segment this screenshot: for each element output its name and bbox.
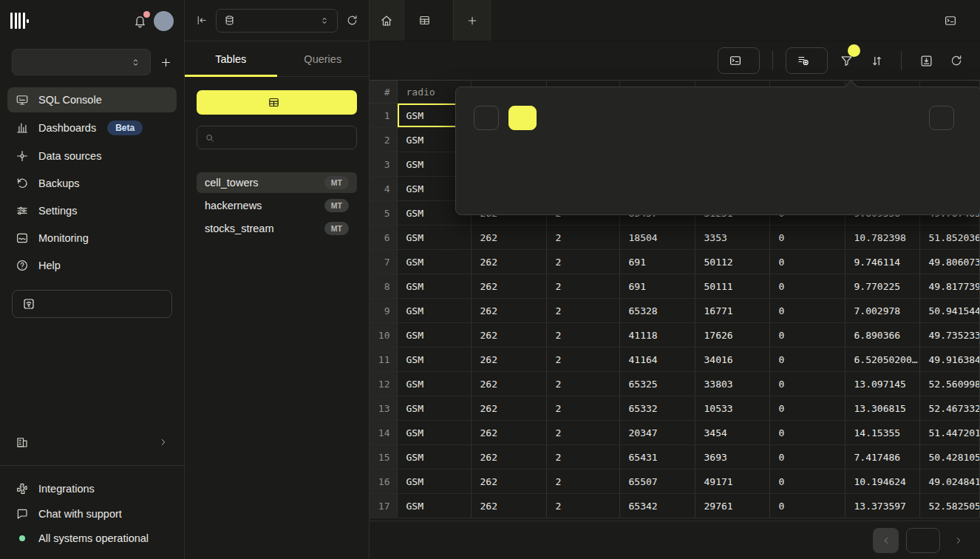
cell[interactable]: 52.560998 (919, 372, 980, 396)
cell[interactable]: 0 (769, 348, 845, 372)
apply-filters-button[interactable] (508, 106, 537, 130)
cell[interactable]: 2 (546, 494, 619, 518)
cell[interactable]: 2 (546, 421, 619, 445)
sidebar-item-monitoring[interactable]: Monitoring (7, 226, 177, 251)
cell[interactable]: 34016 (695, 348, 769, 372)
add-filter-button[interactable] (474, 106, 499, 130)
cell[interactable]: 0 (769, 274, 845, 299)
tab-cell-towers[interactable] (404, 0, 454, 41)
cell[interactable]: 65342 (619, 494, 695, 518)
sidebar-item-all-systems-operational[interactable]: All systems operational (7, 528, 177, 549)
create-query-button[interactable] (718, 47, 760, 74)
add-workspace-button[interactable] (160, 56, 172, 69)
cell[interactable]: GSM (397, 299, 471, 323)
cell[interactable]: 14.15355 (845, 421, 919, 445)
cell[interactable]: 3454 (695, 421, 769, 445)
cell[interactable]: 50111 (695, 274, 769, 299)
cell[interactable]: 2 (546, 470, 619, 494)
cell[interactable]: 49.735233 (919, 323, 980, 348)
cell[interactable]: 0 (769, 470, 845, 494)
cell[interactable]: 65325 (619, 372, 695, 396)
cell[interactable]: 13.306815 (845, 396, 919, 421)
cell[interactable]: 7.417486 (845, 445, 919, 470)
new-table-button[interactable] (197, 90, 357, 115)
cell[interactable]: 10533 (695, 396, 769, 421)
cell[interactable]: 262 (471, 348, 546, 372)
sidebar-item-settings[interactable]: Settings (7, 198, 177, 223)
cell[interactable]: 2 (546, 299, 619, 323)
cell[interactable]: 49171 (695, 470, 769, 494)
sidebar-item-backups[interactable]: Backups (7, 171, 177, 196)
cell[interactable]: 2 (546, 250, 619, 274)
cell[interactable]: 262 (471, 396, 546, 421)
cell[interactable]: 10.194624 (845, 470, 919, 494)
cell[interactable]: 2 (546, 445, 619, 470)
cell[interactable]: GSM (397, 470, 471, 494)
connect-button[interactable] (12, 290, 172, 318)
sidebar-item-meetups[interactable] (7, 430, 177, 455)
database-select[interactable] (216, 9, 338, 33)
next-page-button[interactable] (947, 535, 970, 546)
cell[interactable]: 65328 (619, 299, 695, 323)
cell[interactable]: 0 (769, 226, 845, 250)
cell[interactable]: 9.770225 (845, 274, 919, 299)
clear-all-filters-button[interactable] (929, 106, 954, 130)
cell[interactable]: 262 (471, 274, 546, 299)
cell[interactable]: 41164 (619, 348, 695, 372)
cell[interactable]: 51.447201 (919, 421, 980, 445)
cell[interactable]: 41118 (619, 323, 695, 348)
cell[interactable]: 16771 (695, 299, 769, 323)
cell[interactable]: 262 (471, 250, 546, 274)
cell[interactable]: 3693 (695, 445, 769, 470)
cell[interactable]: 52.4673325 (919, 396, 980, 421)
cell[interactable]: GSM (397, 226, 471, 250)
cell[interactable]: 0 (769, 494, 845, 518)
home-tab[interactable] (370, 0, 404, 41)
cell[interactable]: 262 (471, 323, 546, 348)
download-button[interactable] (914, 49, 938, 72)
explorer-tab-queries[interactable]: Queries (277, 41, 370, 76)
sidebar-item-sql-console[interactable]: SQL Console (7, 87, 177, 112)
cell[interactable]: GSM (397, 494, 471, 518)
table-list-item-stocks_stream[interactable]: stocks_streamMT (197, 218, 357, 239)
workspace-select[interactable] (12, 49, 151, 75)
cell[interactable]: 49.817739 (919, 274, 980, 299)
cell[interactable]: 6.52050200… (845, 348, 919, 372)
cell[interactable]: 52.582505 (919, 494, 980, 518)
cell[interactable]: 50.941544 (919, 299, 980, 323)
sidebar-item-help[interactable]: Help (7, 253, 177, 278)
cell[interactable]: 65332 (619, 396, 695, 421)
cell[interactable]: 50112 (695, 250, 769, 274)
cell[interactable]: 2 (546, 226, 619, 250)
cell[interactable]: 262 (471, 494, 546, 518)
cell[interactable]: 691 (619, 250, 695, 274)
search-resources-box[interactable] (197, 126, 357, 149)
sidebar-item-data-sources[interactable]: Data sources (7, 143, 177, 169)
cell[interactable]: 2 (546, 323, 619, 348)
search-resources-input[interactable] (220, 132, 349, 143)
refresh-button[interactable] (945, 49, 968, 72)
cell[interactable]: 9.746114 (845, 250, 919, 274)
sidebar-item-integrations[interactable]: Integrations (7, 478, 177, 500)
cell[interactable]: 262 (471, 470, 546, 494)
cell[interactable]: 3353 (695, 226, 769, 250)
cell[interactable]: 262 (471, 226, 546, 250)
cell[interactable]: GSM (397, 445, 471, 470)
cell[interactable]: 262 (471, 372, 546, 396)
cell[interactable]: 0 (769, 323, 845, 348)
cell[interactable]: 0 (769, 445, 845, 470)
current-page[interactable] (906, 528, 940, 553)
cell[interactable]: 262 (471, 299, 546, 323)
cell[interactable]: 0 (769, 299, 845, 323)
cell[interactable]: 0 (769, 250, 845, 274)
cell[interactable]: 49.806073 (919, 250, 980, 274)
sidebar-item-dashboards[interactable]: DashboardsBeta (7, 115, 177, 141)
queries-button[interactable] (944, 14, 964, 27)
insert-row-button[interactable] (786, 47, 828, 74)
cell[interactable]: GSM (397, 372, 471, 396)
cell[interactable]: 0 (769, 421, 845, 445)
cell[interactable]: 18504 (619, 226, 695, 250)
table-list-item-hackernews[interactable]: hackernewsMT (197, 195, 357, 216)
cell[interactable]: GSM (397, 421, 471, 445)
cell[interactable]: 49.024841 (919, 470, 980, 494)
